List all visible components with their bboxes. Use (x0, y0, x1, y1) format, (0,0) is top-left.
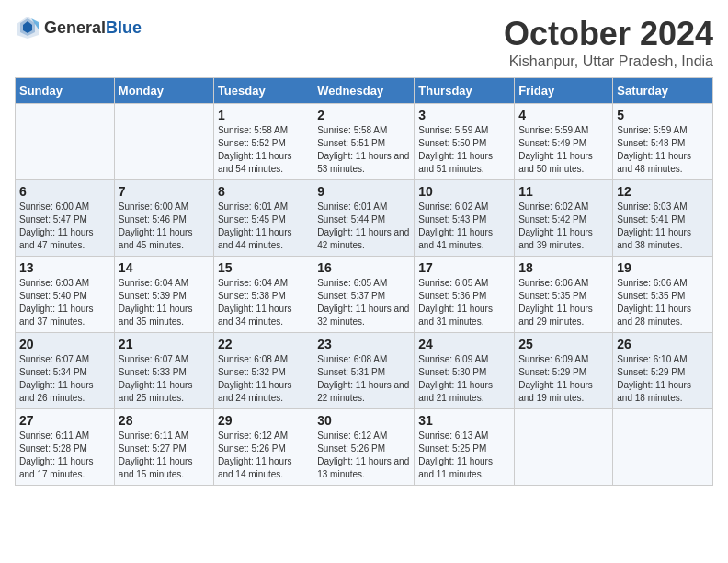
calendar-cell: 10Sunrise: 6:02 AMSunset: 5:43 PMDayligh… (415, 180, 515, 257)
day-detail: Sunrise: 6:05 AMSunset: 5:36 PMDaylight:… (418, 277, 510, 328)
day-detail: Sunrise: 5:58 AMSunset: 5:52 PMDaylight:… (218, 124, 309, 176)
day-number: 6 (19, 184, 110, 199)
calendar-cell: 9Sunrise: 6:01 AMSunset: 5:44 PMDaylight… (313, 180, 415, 257)
day-detail: Sunrise: 6:04 AMSunset: 5:38 PMDaylight:… (218, 277, 309, 328)
day-detail: Sunrise: 5:59 AMSunset: 5:49 PMDaylight:… (518, 124, 609, 176)
day-number: 8 (218, 184, 309, 199)
calendar-week-row: 13Sunrise: 6:03 AMSunset: 5:40 PMDayligh… (16, 257, 713, 333)
day-number: 12 (617, 184, 709, 199)
day-detail: Sunrise: 5:59 AMSunset: 5:50 PMDaylight:… (418, 124, 510, 176)
calendar-cell: 22Sunrise: 6:08 AMSunset: 5:32 PMDayligh… (213, 333, 313, 409)
day-detail: Sunrise: 6:07 AMSunset: 5:34 PMDaylight:… (19, 353, 110, 405)
day-of-week-header: Saturday (613, 78, 713, 104)
day-number: 20 (19, 337, 110, 351)
calendar-cell: 28Sunrise: 6:11 AMSunset: 5:27 PMDayligh… (114, 409, 213, 486)
day-detail: Sunrise: 6:02 AMSunset: 5:42 PMDaylight:… (518, 201, 609, 252)
day-number: 16 (317, 260, 410, 275)
day-detail: Sunrise: 6:10 AMSunset: 5:29 PMDaylight:… (617, 353, 709, 405)
day-number: 15 (218, 260, 309, 275)
calendar-cell: 17Sunrise: 6:05 AMSunset: 5:36 PMDayligh… (415, 257, 515, 333)
days-of-week-row: SundayMondayTuesdayWednesdayThursdayFrid… (16, 78, 713, 104)
calendar-cell: 15Sunrise: 6:04 AMSunset: 5:38 PMDayligh… (213, 257, 313, 333)
calendar-cell: 16Sunrise: 6:05 AMSunset: 5:37 PMDayligh… (313, 257, 415, 333)
logo-text: GeneralBlue (44, 18, 142, 38)
logo: GeneralBlue (15, 15, 142, 40)
day-number: 1 (218, 108, 309, 122)
calendar-cell: 6Sunrise: 6:00 AMSunset: 5:47 PMDaylight… (16, 180, 115, 257)
calendar-cell: 20Sunrise: 6:07 AMSunset: 5:34 PMDayligh… (16, 333, 115, 409)
day-detail: Sunrise: 5:59 AMSunset: 5:48 PMDaylight:… (617, 124, 709, 176)
calendar-cell: 7Sunrise: 6:00 AMSunset: 5:46 PMDaylight… (114, 180, 213, 257)
day-detail: Sunrise: 6:11 AMSunset: 5:28 PMDaylight:… (19, 430, 110, 481)
day-number: 23 (317, 337, 410, 351)
day-number: 2 (317, 108, 410, 122)
day-number: 29 (218, 413, 309, 428)
calendar-week-row: 27Sunrise: 6:11 AMSunset: 5:28 PMDayligh… (16, 409, 713, 486)
calendar-cell: 26Sunrise: 6:10 AMSunset: 5:29 PMDayligh… (613, 333, 713, 409)
calendar-cell: 24Sunrise: 6:09 AMSunset: 5:30 PMDayligh… (415, 333, 515, 409)
logo-blue: Blue (106, 18, 142, 37)
day-detail: Sunrise: 6:12 AMSunset: 5:26 PMDaylight:… (317, 430, 410, 481)
calendar-cell (16, 104, 115, 180)
day-number: 18 (518, 260, 609, 275)
day-detail: Sunrise: 6:03 AMSunset: 5:41 PMDaylight:… (617, 201, 709, 252)
day-detail: Sunrise: 5:58 AMSunset: 5:51 PMDaylight:… (317, 124, 410, 176)
day-detail: Sunrise: 6:12 AMSunset: 5:26 PMDaylight:… (218, 430, 309, 481)
calendar-cell (613, 409, 713, 486)
calendar-cell: 8Sunrise: 6:01 AMSunset: 5:45 PMDaylight… (213, 180, 313, 257)
month-title: October 2024 (504, 15, 713, 53)
day-detail: Sunrise: 6:13 AMSunset: 5:25 PMDaylight:… (418, 430, 510, 481)
calendar-cell: 3Sunrise: 5:59 AMSunset: 5:50 PMDaylight… (415, 104, 515, 180)
day-number: 13 (19, 260, 110, 275)
day-detail: Sunrise: 6:08 AMSunset: 5:31 PMDaylight:… (317, 353, 410, 405)
day-detail: Sunrise: 6:11 AMSunset: 5:27 PMDaylight:… (119, 430, 210, 481)
day-detail: Sunrise: 6:00 AMSunset: 5:46 PMDaylight:… (119, 201, 210, 252)
calendar-cell: 31Sunrise: 6:13 AMSunset: 5:25 PMDayligh… (415, 409, 515, 486)
calendar-cell: 14Sunrise: 6:04 AMSunset: 5:39 PMDayligh… (114, 257, 213, 333)
day-number: 17 (418, 260, 510, 275)
day-detail: Sunrise: 6:03 AMSunset: 5:40 PMDaylight:… (19, 277, 110, 328)
calendar-cell: 19Sunrise: 6:06 AMSunset: 5:35 PMDayligh… (613, 257, 713, 333)
day-detail: Sunrise: 6:06 AMSunset: 5:35 PMDaylight:… (518, 277, 609, 328)
calendar-body: 1Sunrise: 5:58 AMSunset: 5:52 PMDaylight… (16, 104, 713, 486)
day-detail: Sunrise: 6:00 AMSunset: 5:47 PMDaylight:… (19, 201, 110, 252)
day-detail: Sunrise: 6:01 AMSunset: 5:44 PMDaylight:… (317, 201, 410, 252)
calendar-cell: 2Sunrise: 5:58 AMSunset: 5:51 PMDaylight… (313, 104, 415, 180)
day-number: 31 (418, 413, 510, 428)
calendar-week-row: 1Sunrise: 5:58 AMSunset: 5:52 PMDaylight… (16, 104, 713, 180)
logo-general: General (44, 18, 106, 37)
calendar-cell: 29Sunrise: 6:12 AMSunset: 5:26 PMDayligh… (213, 409, 313, 486)
calendar-cell: 23Sunrise: 6:08 AMSunset: 5:31 PMDayligh… (313, 333, 415, 409)
day-number: 27 (19, 413, 110, 428)
day-number: 30 (317, 413, 410, 428)
calendar-week-row: 6Sunrise: 6:00 AMSunset: 5:47 PMDaylight… (16, 180, 713, 257)
day-number: 4 (518, 108, 609, 122)
day-number: 14 (119, 260, 210, 275)
day-number: 9 (317, 184, 410, 199)
logo-icon (15, 15, 40, 40)
calendar-cell: 21Sunrise: 6:07 AMSunset: 5:33 PMDayligh… (114, 333, 213, 409)
calendar-cell: 18Sunrise: 6:06 AMSunset: 5:35 PMDayligh… (515, 257, 613, 333)
calendar-cell: 12Sunrise: 6:03 AMSunset: 5:41 PMDayligh… (613, 180, 713, 257)
day-number: 5 (617, 108, 709, 122)
calendar-cell: 11Sunrise: 6:02 AMSunset: 5:42 PMDayligh… (515, 180, 613, 257)
day-detail: Sunrise: 6:05 AMSunset: 5:37 PMDaylight:… (317, 277, 410, 328)
calendar-cell: 30Sunrise: 6:12 AMSunset: 5:26 PMDayligh… (313, 409, 415, 486)
day-number: 19 (617, 260, 709, 275)
page-header: GeneralBlue October 2024 Kishanpur, Utta… (15, 15, 713, 70)
day-number: 10 (418, 184, 510, 199)
day-detail: Sunrise: 6:09 AMSunset: 5:29 PMDaylight:… (518, 353, 609, 405)
day-number: 22 (218, 337, 309, 351)
calendar-cell (515, 409, 613, 486)
day-of-week-header: Monday (114, 78, 213, 104)
day-number: 21 (119, 337, 210, 351)
calendar-cell: 4Sunrise: 5:59 AMSunset: 5:49 PMDaylight… (515, 104, 613, 180)
calendar-cell: 1Sunrise: 5:58 AMSunset: 5:52 PMDaylight… (213, 104, 313, 180)
day-number: 26 (617, 337, 709, 351)
day-detail: Sunrise: 6:02 AMSunset: 5:43 PMDaylight:… (418, 201, 510, 252)
title-block: October 2024 Kishanpur, Uttar Pradesh, I… (504, 15, 713, 70)
day-detail: Sunrise: 6:04 AMSunset: 5:39 PMDaylight:… (119, 277, 210, 328)
day-number: 25 (518, 337, 609, 351)
calendar-cell: 25Sunrise: 6:09 AMSunset: 5:29 PMDayligh… (515, 333, 613, 409)
day-number: 24 (418, 337, 510, 351)
